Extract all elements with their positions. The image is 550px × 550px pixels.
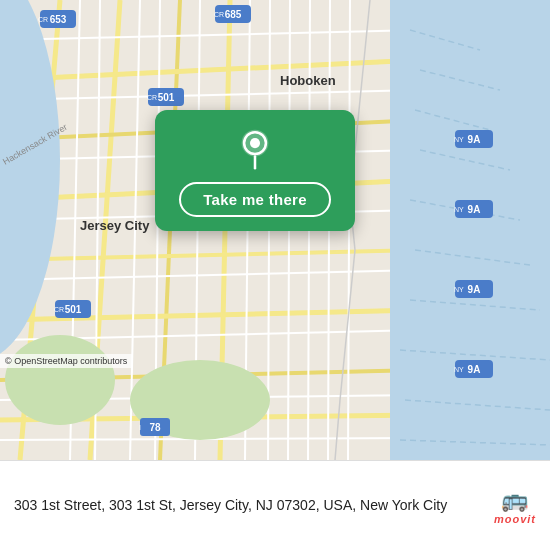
- svg-text:NY: NY: [454, 366, 464, 373]
- svg-text:9A: 9A: [468, 284, 481, 295]
- location-pin-icon: [234, 128, 276, 170]
- svg-text:CR: CR: [54, 306, 64, 313]
- svg-rect-32: [390, 0, 550, 460]
- svg-text:9A: 9A: [468, 204, 481, 215]
- svg-text:78: 78: [149, 422, 161, 433]
- take-me-there-button[interactable]: Take me there: [179, 182, 331, 217]
- location-card: Take me there: [155, 110, 355, 231]
- svg-text:CR: CR: [214, 11, 224, 18]
- moovit-logo: 🚌 moovit: [494, 487, 536, 525]
- svg-text:501: 501: [65, 304, 82, 315]
- svg-text:Hoboken: Hoboken: [280, 73, 336, 88]
- moovit-label: moovit: [494, 513, 536, 525]
- svg-text:653: 653: [50, 14, 67, 25]
- svg-point-78: [250, 138, 260, 148]
- svg-text:NY: NY: [454, 286, 464, 293]
- bottom-info-bar: 303 1st Street, 303 1st St, Jersey City,…: [0, 460, 550, 550]
- svg-text:685: 685: [225, 9, 242, 20]
- svg-text:NY: NY: [454, 206, 464, 213]
- svg-point-45: [5, 335, 115, 425]
- svg-text:501: 501: [158, 92, 175, 103]
- osm-attribution: © OpenStreetMap contributors: [0, 354, 132, 368]
- moovit-bus-icon: 🚌: [501, 487, 528, 513]
- svg-text:9A: 9A: [468, 364, 481, 375]
- svg-text:9A: 9A: [468, 134, 481, 145]
- svg-text:I: I: [139, 424, 141, 431]
- svg-text:Jersey City: Jersey City: [80, 218, 150, 233]
- address-text: 303 1st Street, 303 1st St, Jersey City,…: [14, 496, 482, 516]
- svg-text:NY: NY: [454, 136, 464, 143]
- map-view: Hackensack River 653 CR 685 CR 501 CR 50…: [0, 0, 550, 460]
- svg-text:CR: CR: [38, 16, 48, 23]
- svg-text:CR: CR: [147, 94, 157, 101]
